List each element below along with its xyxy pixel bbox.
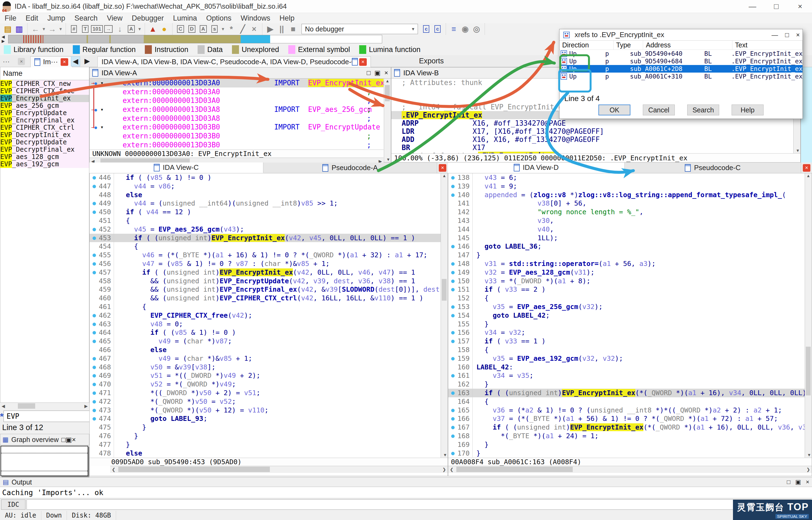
- undefine-icon[interactable]: ×: [249, 24, 260, 34]
- view-a-float-icon[interactable]: ▣: [374, 69, 381, 77]
- output-log[interactable]: Caching 'Imports'... ok: [0, 487, 812, 498]
- problems-icon[interactable]: ▲: [147, 24, 159, 34]
- code-line-455[interactable]: ●455 v46 = (*(_BYTE *)(a1 + 16) & 1) != …: [90, 251, 441, 259]
- debugger-select[interactable]: No debugger▾: [302, 24, 418, 34]
- search-pattern-icon[interactable]: #: [68, 24, 80, 34]
- names-item[interactable]: EVP_DecryptFinal_ex: [0, 146, 89, 153]
- xrefs-search-button[interactable]: Search: [687, 105, 719, 115]
- menu-jump[interactable]: Jump: [43, 14, 70, 23]
- view-d-hscrollbar[interactable]: ❮ ❯: [448, 466, 812, 473]
- ascii-string-icon[interactable]: A: [125, 24, 137, 34]
- xrefs-col-address[interactable]: Address: [643, 41, 732, 50]
- ascii-dropdown-icon[interactable]: ▾: [137, 24, 142, 34]
- tab-scroll-right-icon[interactable]: ▶: [83, 56, 91, 66]
- code-line-153[interactable]: ●153 v35 = EVP_aes_256_gcm(v32);: [448, 303, 805, 311]
- code-line-138[interactable]: ●138 v43 = 6;: [448, 173, 805, 182]
- code-line-456[interactable]: ●456 v47 = (v85 & 1) != 0 ? v87 : (char …: [90, 259, 441, 268]
- view-a-close-icon[interactable]: ×: [384, 69, 388, 77]
- code-line-141[interactable]: 141 v38[0] + 56,: [448, 199, 805, 208]
- view-d-tab-close-icon[interactable]: ×: [803, 164, 810, 172]
- string-dropdown-icon[interactable]: ▾: [220, 24, 226, 34]
- code-line-145[interactable]: 145 1LL);: [448, 234, 805, 242]
- code-line-478[interactable]: 478 else: [90, 449, 441, 458]
- code-line-166[interactable]: ●166 v37 = (*(_BYTE *)(a1 + 56) & 1) != …: [448, 414, 805, 423]
- code-line-448[interactable]: 448 else: [90, 191, 441, 199]
- menu-options[interactable]: Options: [202, 14, 236, 23]
- xrefs-minimize-icon[interactable]: —: [772, 31, 778, 39]
- names-hscrollbar[interactable]: ◀▶: [0, 402, 89, 410]
- names-item[interactable]: EVP_aes_256_gcm: [0, 102, 89, 109]
- code-line-452[interactable]: ●452 v45 = EVP_aes_256_gcm(v43);: [90, 225, 441, 234]
- code-line-457[interactable]: ●457 if ( (unsigned int)EVP_EncryptInit_…: [90, 268, 441, 277]
- graph-overview-map[interactable]: [1, 446, 88, 476]
- view-a-vscrollbar[interactable]: ▲▼: [384, 79, 391, 162]
- code-line-469[interactable]: ●469 v51 = *((_DWORD *)v49 + 2);: [90, 371, 441, 380]
- code-line-147[interactable]: 147}: [448, 251, 805, 259]
- code-line-162[interactable]: 162 }: [448, 380, 805, 389]
- code-line-460[interactable]: 460 && (unsigned int)EVP_CIPHER_CTX_ctrl…: [90, 294, 441, 303]
- tab-scroll-left-icon[interactable]: ◀: [71, 56, 80, 67]
- menu-help[interactable]: Help: [275, 14, 299, 23]
- names-search-input[interactable]: [3, 411, 101, 422]
- make-code-icon[interactable]: C: [175, 24, 186, 34]
- close-button[interactable]: ×: [788, 0, 812, 13]
- code-line-453[interactable]: ●453 if ( (unsigned int)EVP_EncryptInit_…: [90, 234, 441, 242]
- xref-row[interactable]: Uppsub_9D5490+640BL.EVP_EncryptInit_ex: [559, 50, 803, 57]
- tabstrip-close-icon[interactable]: ×: [18, 58, 25, 65]
- view-a-line[interactable]: extern:00000000013D03B0;: [90, 140, 384, 150]
- code-line-459[interactable]: 459 && (unsigned int)EVP_EncryptFinal_ex…: [90, 285, 441, 294]
- code-line-158[interactable]: 158 {: [448, 345, 805, 354]
- menu-windows[interactable]: Windows: [236, 14, 275, 23]
- code-line-149[interactable]: ●149 v32 = EVP_aes_128_gcm(v31);: [448, 268, 805, 277]
- code-line-470[interactable]: ●470 v52 = *(_QWORD *)v49;: [90, 380, 441, 389]
- code-line-474[interactable]: ●474 goto LABEL_93;: [90, 414, 441, 423]
- menu-file[interactable]: File: [0, 14, 21, 23]
- new-view-icon[interactable]: [352, 58, 358, 66]
- names-item[interactable]: EVP_CIPHER_CTX_new: [0, 80, 89, 87]
- xrefs-help-button[interactable]: Help: [732, 105, 763, 115]
- code-line-163[interactable]: ●163 if ( (unsigned int)EVP_EncryptInit_…: [448, 389, 805, 397]
- code-line-468[interactable]: ●468 v50 = &v39[v38];: [90, 363, 441, 371]
- view-d-code[interactable]: ●138 v43 = 6;●139 v41 = 9;●140 appended …: [448, 173, 805, 458]
- xrefs-dialog-titlebar[interactable]: xrefs to .EVP_EncryptInit_ex — □ ×: [559, 29, 803, 41]
- xrefs-close-icon[interactable]: ×: [796, 31, 800, 39]
- view-b-line[interactable]: LDRX17, [X16,#off_1334270@PAGEOFF]: [391, 127, 793, 135]
- code-line-471[interactable]: ●471 *((_DWORD *)v50 + 2) = v51;: [90, 389, 441, 397]
- view-a-listing[interactable]: →● ▾extern:00000000013D03A0IMPORT EVP_En…: [90, 79, 384, 150]
- code-line-449[interactable]: ●449 v44 = (unsigned __int64)(unsigned _…: [90, 199, 441, 208]
- code-line-450[interactable]: ●450 if ( v44 == 12 ): [90, 208, 441, 216]
- step-into-icon[interactable]: c: [421, 24, 432, 34]
- code-line-139[interactable]: ●139 v41 = 9;: [448, 182, 805, 191]
- view-a-line[interactable]: extern:00000000013D03A8;: [90, 114, 384, 123]
- code-line-160[interactable]: 160LABEL_42:: [448, 363, 805, 371]
- code-line-151[interactable]: ●151 if ( v33 == 2 ): [448, 285, 805, 294]
- step-over-icon[interactable]: c: [432, 24, 443, 34]
- code-line-164[interactable]: 164 {: [448, 397, 805, 406]
- xrefs-table-header[interactable]: DirectionTypeAddressText: [559, 41, 803, 50]
- output-max-icon[interactable]: □: [787, 478, 790, 486]
- names-item[interactable]: EVP_CIPHER_CTX_ctrl: [0, 124, 89, 131]
- names-item[interactable]: EVP_DecryptInit_ex: [0, 131, 89, 139]
- graph-float-icon[interactable]: ▣: [65, 436, 72, 443]
- view-c-tab-pseudocode-a[interactable]: Pseudocode-A: [263, 162, 438, 173]
- code-line-146[interactable]: ●146 goto LABEL_36;: [448, 242, 805, 251]
- breakpoint-list-icon[interactable]: ≡: [448, 24, 459, 34]
- forward-icon[interactable]: →: [47, 24, 58, 34]
- minimize-button[interactable]: —: [740, 0, 764, 13]
- code-line-466[interactable]: 466 else: [90, 345, 441, 354]
- code-line-446[interactable]: ●446 if ( (v85 & 1) != 0 ): [90, 173, 441, 182]
- navband-track[interactable]: [8, 35, 382, 43]
- maximize-button[interactable]: □: [764, 0, 788, 13]
- save-icon[interactable]: ▥: [13, 24, 25, 34]
- code-line-142[interactable]: 142 "wrong nonce length = %_",: [448, 208, 805, 216]
- xrefs-maximize-icon[interactable]: □: [785, 31, 789, 39]
- open-file-icon[interactable]: ▤: [2, 24, 13, 34]
- names-item[interactable]: EVP_CIPHER_CTX_free: [0, 87, 89, 95]
- code-line-473[interactable]: ●473 *(_QWORD *)(v50 + 12) = v110;: [90, 406, 441, 415]
- menu-search[interactable]: Search: [70, 14, 102, 23]
- add-breakpoint-icon[interactable]: ◉: [459, 24, 471, 34]
- graph-overview-header[interactable]: ▦ Graph overview □▣×: [0, 434, 89, 445]
- waitbox-icon[interactable]: ●: [159, 24, 170, 34]
- pause-process-icon[interactable]: ||: [276, 24, 287, 34]
- code-line-156[interactable]: ●156 v34 = v32;: [448, 328, 805, 337]
